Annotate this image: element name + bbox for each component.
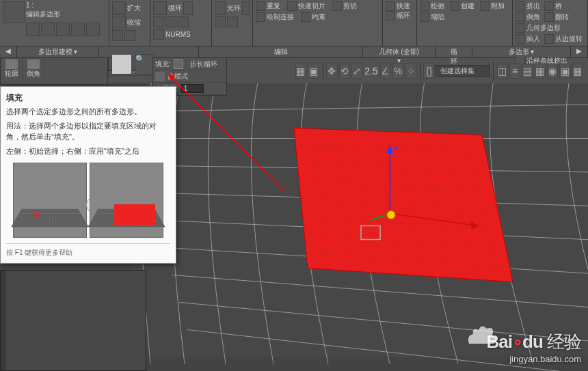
sub-element-icon[interactable] — [86, 23, 100, 36]
relax-icon[interactable] — [420, 1, 429, 11]
quickslice-icon[interactable] — [287, 1, 297, 11]
snap-pts-icon[interactable]: ⁘ — [405, 64, 416, 79]
ribbon-section-loop: 循环 NURMS — [150, 0, 212, 46]
paintconnect-icon[interactable] — [256, 12, 265, 22]
ribbon-tabs: ◀ 多边形建模 ▾ 编辑 几何体 (全部) ▾ 循环 ▾ 多边形 ▾ ▶ — [0, 46, 588, 57]
sel-filter-icon[interactable]: ▦ — [295, 64, 306, 79]
grow-icon[interactable] — [112, 1, 126, 15]
align-icon[interactable]: ≡ — [509, 64, 520, 79]
ribbon-section-grow: 扩大 收缩 — [109, 0, 150, 46]
constraint-icon[interactable] — [301, 12, 310, 22]
modifier-stack-icon[interactable] — [3, 1, 25, 23]
ribbon-section-quick: 快速 循环 — [383, 0, 417, 46]
pick-cursor-icon[interactable]: ↖ — [111, 54, 132, 74]
ring-icon-2[interactable] — [165, 16, 176, 27]
attach-icon[interactable] — [480, 1, 490, 11]
axis-z-label: z — [394, 142, 398, 150]
fill-row: 填充: 步长循环 — [152, 58, 226, 70]
mat-icon[interactable]: ◉ — [547, 64, 558, 79]
mirror-icon[interactable]: ◫ — [497, 64, 508, 79]
scale-value: 2.5 — [364, 66, 377, 77]
svg-point-20 — [387, 211, 395, 219]
tooltip-img-after — [90, 163, 163, 238]
ribbon-section-polymodel: 1 : 编辑多边形 — [0, 0, 109, 46]
halo-sub-1[interactable] — [215, 16, 226, 27]
nurms-icon[interactable] — [153, 29, 164, 40]
inset-icon[interactable] — [516, 34, 525, 44]
named-selection-dropdown[interactable]: 创建选择集 — [436, 65, 490, 77]
sub-poly-icon[interactable] — [71, 23, 85, 36]
sub-border-icon[interactable] — [56, 23, 70, 36]
tooltip-desc: 选择两个选定多边形之间的所有多边形。 — [6, 107, 170, 117]
sub-vertex-icon[interactable] — [26, 23, 40, 36]
snap-angle-icon[interactable]: ∠ — [380, 64, 391, 79]
repeat-icon[interactable] — [256, 1, 265, 11]
halo-dd[interactable] — [242, 1, 250, 15]
ribbon-tab-poly[interactable]: 多边形 ▾ — [472, 46, 571, 57]
fill-button[interactable] — [174, 59, 183, 69]
bridge-icon[interactable] — [544, 1, 554, 11]
halo-sub-2[interactable] — [227, 16, 238, 27]
tooltip-footer: 按 F1 键获得更多帮助 — [6, 243, 170, 258]
sub-edge-icon[interactable] — [41, 23, 55, 36]
scale-icon[interactable]: ⤢ — [351, 64, 362, 79]
stepmode-row[interactable]: 步模式 — [152, 70, 226, 83]
tooltip-title: 填充 — [6, 92, 170, 104]
bevel-bigbtn[interactable]: 倒角 — [23, 58, 44, 80]
misc-icon-1[interactable] — [112, 30, 123, 41]
ribbon-tab-loop[interactable]: 循环 ▾ — [436, 46, 472, 57]
outline-bigbtn[interactable]: 轮廓 — [1, 58, 23, 80]
command-panel[interactable] — [0, 270, 146, 371]
ribbon-tab-geom[interactable]: 几何体 (全部) ▾ — [363, 46, 436, 57]
bevel-icon[interactable] — [516, 12, 525, 22]
ribbon-tab-right[interactable]: ▶ — [571, 46, 588, 57]
sel-all-icon[interactable]: ▣ — [308, 64, 319, 79]
stepmode-icon — [155, 72, 165, 81]
extrude-icon[interactable] — [516, 1, 525, 11]
create-icon[interactable] — [450, 1, 459, 11]
named-sel-icon[interactable]: {} — [423, 64, 434, 79]
ribbon-section-geom: 松弛 创建 附加 塌陷 — [417, 0, 513, 46]
steploop-label: 步长循环 — [190, 59, 217, 69]
ribbon-section-edit: 重复 快速切片 剪切 绘制连接 约束 — [253, 0, 383, 46]
rotate-icon[interactable]: ⟲ — [339, 64, 350, 79]
ribbon-tab-edit[interactable]: 编辑 — [199, 46, 363, 57]
ribbon-tab-left[interactable]: ◀ — [0, 46, 17, 57]
scene-icon[interactable]: ▦ — [535, 64, 546, 79]
layers-icon[interactable]: ▤ — [522, 64, 533, 79]
watermark-url: jingyan.baidu.com — [487, 354, 581, 364]
flip-icon[interactable] — [544, 12, 554, 22]
render2-icon[interactable]: ▦ — [572, 64, 583, 79]
ribbon-section-poly: 挤出 桥 倒角 翻转 几何多边形 插入 从边旋转 轮廓 沿样条线挤出 — [513, 0, 588, 46]
tooltip-img-before — [13, 163, 87, 238]
spacing-spinner[interactable]: 1 — [181, 84, 204, 93]
ribbon-section-halo: 光环 — [212, 0, 253, 46]
tooltip-usage: 用法：选择两个多边形以指定要填充区域的对角，然后单击"填充"。 — [6, 121, 170, 142]
loop-icon[interactable] — [153, 1, 167, 15]
snap-pct-icon[interactable]: % — [392, 64, 403, 79]
loop-dd[interactable] — [183, 1, 193, 15]
halo-icon[interactable] — [215, 1, 226, 15]
edgerot-icon[interactable] — [544, 34, 554, 44]
misc-icon-2[interactable] — [124, 30, 135, 41]
ribbon-tab-polymodel[interactable]: 多边形建模 ▾ — [17, 46, 99, 57]
ring-icon-3[interactable] — [178, 16, 189, 27]
ribbon: 1 : 编辑多边形 扩大 收缩 循环 — [0, 0, 588, 58]
render-icon[interactable]: ▣ — [559, 64, 570, 79]
ring-icon-1[interactable] — [153, 16, 164, 27]
cut-icon[interactable] — [332, 1, 342, 11]
collapse-icon[interactable] — [420, 12, 429, 22]
shrink-icon[interactable] — [112, 16, 126, 29]
geopoly-icon[interactable] — [516, 23, 525, 33]
quick-icon[interactable] — [386, 1, 395, 11]
move-icon[interactable]: ✥ — [326, 64, 337, 79]
extended-tooltip: 填充 选择两个选定多边形之间的所有多边形。 用法：选择两个多边形以指定要填充区域… — [0, 86, 176, 264]
tooltip-legend: 左侧：初始选择；右侧：应用"填充"之后 — [6, 146, 170, 156]
stack-line1: 1 : — [26, 1, 106, 9]
context-toolbar: 轮廓 倒角 — [0, 57, 108, 85]
watermark: Bai∘du 经验 jingyan.baidu.com — [487, 330, 581, 364]
stack-line2: 编辑多边形 — [26, 10, 106, 19]
loop2-icon[interactable] — [386, 11, 395, 20]
